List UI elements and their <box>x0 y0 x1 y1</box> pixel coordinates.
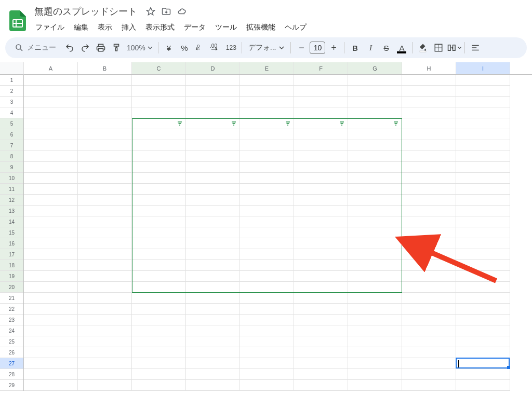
row-header-7[interactable]: 7 <box>0 140 23 151</box>
cell-A25[interactable] <box>24 336 78 347</box>
cell-B2[interactable] <box>78 86 132 97</box>
cell-A28[interactable] <box>24 369 78 380</box>
cell-B26[interactable] <box>78 347 132 358</box>
cell-D17[interactable] <box>186 249 240 260</box>
cell-B12[interactable] <box>78 195 132 206</box>
menu-4[interactable]: 表示形式 <box>141 21 179 34</box>
increase-decimal-button[interactable]: .00 <box>208 40 223 55</box>
cell-E19[interactable] <box>240 271 294 282</box>
cell-B24[interactable] <box>78 325 132 336</box>
cell-G13[interactable] <box>348 206 402 216</box>
row-header-24[interactable]: 24 <box>0 325 23 336</box>
cell-I2[interactable] <box>456 86 510 97</box>
cell-D13[interactable] <box>186 206 240 216</box>
cell-C13[interactable] <box>132 206 186 216</box>
column-header-E[interactable]: E <box>240 62 294 74</box>
fill-color-button[interactable] <box>416 40 430 55</box>
move-to-folder-icon[interactable] <box>161 6 171 17</box>
cell-G12[interactable] <box>348 195 402 206</box>
cell-D16[interactable] <box>186 238 240 249</box>
cell-C27[interactable] <box>132 358 186 369</box>
cell-D25[interactable] <box>186 336 240 347</box>
cell-A10[interactable] <box>24 173 78 184</box>
cell-G27[interactable] <box>348 358 402 369</box>
cell-E15[interactable] <box>240 227 294 238</box>
row-header-15[interactable]: 15 <box>0 227 23 238</box>
star-icon[interactable] <box>145 6 156 17</box>
cell-H27[interactable] <box>402 358 456 369</box>
document-title[interactable]: 無題のスプレッドシート <box>31 4 140 19</box>
cell-F10[interactable] <box>294 173 348 184</box>
cell-H14[interactable] <box>402 216 456 227</box>
cell-F13[interactable] <box>294 206 348 216</box>
bold-button[interactable]: B <box>348 40 362 55</box>
row-header-28[interactable]: 28 <box>0 369 23 380</box>
cell-B13[interactable] <box>78 206 132 216</box>
cell-D4[interactable] <box>186 107 240 118</box>
cell-D10[interactable] <box>186 173 240 184</box>
cell-E26[interactable] <box>240 347 294 358</box>
cell-G21[interactable] <box>348 293 402 304</box>
cell-G1[interactable] <box>348 75 402 86</box>
cell-A2[interactable] <box>24 86 78 97</box>
cell-G14[interactable] <box>348 216 402 227</box>
cell-A6[interactable] <box>24 129 78 140</box>
cell-C4[interactable] <box>132 107 186 118</box>
cell-E12[interactable] <box>240 195 294 206</box>
cell-H15[interactable] <box>402 227 456 238</box>
column-header-H[interactable]: H <box>402 62 456 74</box>
cell-H29[interactable] <box>402 380 456 391</box>
cell-F28[interactable] <box>294 369 348 380</box>
row-header-19[interactable]: 19 <box>0 271 23 282</box>
cell-E11[interactable] <box>240 184 294 195</box>
cell-A27[interactable] <box>24 358 78 369</box>
cell-A23[interactable] <box>24 315 78 325</box>
row-header-27[interactable]: 27 <box>0 358 23 369</box>
cell-C1[interactable] <box>132 75 186 86</box>
row-header-5[interactable]: 5 <box>0 118 23 129</box>
row-header-3[interactable]: 3 <box>0 97 23 107</box>
cell-C14[interactable] <box>132 216 186 227</box>
zoom-dropdown[interactable]: 100% <box>125 44 155 52</box>
cell-D26[interactable] <box>186 347 240 358</box>
cell-A22[interactable] <box>24 304 78 315</box>
cell-E7[interactable] <box>240 140 294 151</box>
cell-D15[interactable] <box>186 227 240 238</box>
menu-3[interactable]: 挿入 <box>117 21 140 34</box>
cell-F3[interactable] <box>294 97 348 107</box>
cell-G6[interactable] <box>348 129 402 140</box>
cell-B20[interactable] <box>78 282 132 293</box>
cell-D21[interactable] <box>186 293 240 304</box>
cell-D28[interactable] <box>186 369 240 380</box>
cell-C21[interactable] <box>132 293 186 304</box>
cell-C23[interactable] <box>132 315 186 325</box>
cell-H7[interactable] <box>402 140 456 151</box>
select-all-corner[interactable] <box>0 62 24 75</box>
cell-I19[interactable] <box>456 271 510 282</box>
cell-E20[interactable] <box>240 282 294 293</box>
cell-I8[interactable] <box>456 151 510 162</box>
cell-F26[interactable] <box>294 347 348 358</box>
cell-D24[interactable] <box>186 325 240 336</box>
cell-D9[interactable] <box>186 162 240 173</box>
column-header-B[interactable]: B <box>78 62 132 74</box>
cell-E10[interactable] <box>240 173 294 184</box>
cell-H11[interactable] <box>402 184 456 195</box>
cell-F2[interactable] <box>294 86 348 97</box>
cell-B28[interactable] <box>78 369 132 380</box>
filter-icon-E[interactable] <box>285 120 291 127</box>
row-header-12[interactable]: 12 <box>0 195 23 206</box>
horizontal-align-button[interactable] <box>468 40 483 55</box>
column-header-C[interactable]: C <box>132 62 186 74</box>
cell-F19[interactable] <box>294 271 348 282</box>
cell-G15[interactable] <box>348 227 402 238</box>
cell-I1[interactable] <box>456 75 510 86</box>
cloud-status-icon[interactable] <box>177 6 187 17</box>
cell-F22[interactable] <box>294 304 348 315</box>
cell-F23[interactable] <box>294 315 348 325</box>
cell-B22[interactable] <box>78 304 132 315</box>
cell-E27[interactable] <box>240 358 294 369</box>
cell-G10[interactable] <box>348 173 402 184</box>
redo-button[interactable] <box>78 40 92 55</box>
cell-H4[interactable] <box>402 107 456 118</box>
